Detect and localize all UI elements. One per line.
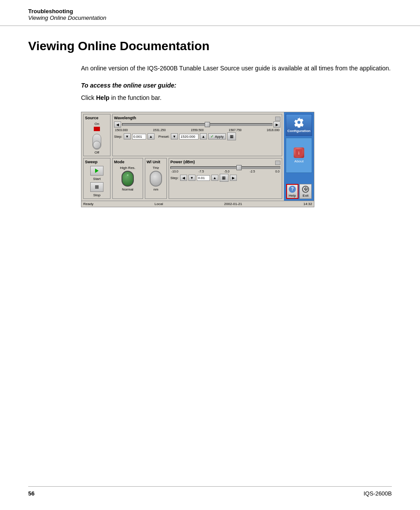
power-slider-track[interactable]: [170, 166, 280, 169]
checkmark-icon: ✓: [210, 134, 214, 139]
source-toggle: On Off: [85, 122, 109, 154]
top-row: Source On Off: [83, 114, 282, 156]
help-emphasis: Help: [96, 94, 109, 101]
wl-preset-input[interactable]: [179, 134, 199, 139]
wavelength-box: Wavelength ◀ ▶ 1503.00: [112, 114, 282, 156]
configuration-label: Configuration: [287, 129, 310, 133]
power-left-btn[interactable]: ◀: [180, 175, 187, 181]
wl-slider-track[interactable]: [122, 123, 273, 126]
wlunit-top-label: THz: [153, 166, 159, 170]
status-time: 14:32: [303, 202, 312, 206]
help-btn[interactable]: ? Help: [286, 184, 298, 199]
apply-btn[interactable]: ✓ Apply: [208, 133, 226, 139]
section-label: Troubleshooting: [28, 8, 392, 15]
wl-scale-1: 1503.000: [115, 128, 128, 132]
wl-right-btn[interactable]: ▶: [273, 121, 280, 128]
wl-scale-4: 1587.750: [229, 128, 242, 132]
exit-icon: ⏻: [302, 186, 309, 193]
wl-step-down-btn[interactable]: ▼: [124, 133, 131, 139]
about-btn[interactable]: i About: [286, 138, 312, 173]
status-local: Local: [155, 202, 163, 206]
right-sidebar: Configuration i About ?: [284, 112, 314, 201]
app-main-area: Source On Off: [81, 112, 314, 201]
preset-down-btn[interactable]: ▼: [171, 133, 178, 139]
page-number: 56: [28, 490, 34, 497]
power-step-down-btn[interactable]: ▼: [188, 175, 195, 181]
mode-content: High Res. Normal: [114, 166, 141, 191]
wl-step-input[interactable]: [132, 134, 146, 139]
grid-btn[interactable]: ▦: [227, 132, 236, 140]
svg-text:i: i: [298, 150, 300, 155]
main-content: Viewing Online Documentation An online v…: [0, 26, 420, 225]
mode-sub-label: Normal: [122, 187, 133, 191]
status-ready: Ready: [83, 202, 93, 206]
page-title: Viewing Online Documentation: [28, 39, 392, 53]
page-footer: 56 IQS-2600B: [28, 486, 392, 497]
sweep-box: Sweep Start Stop: [83, 158, 111, 199]
power-slider-thumb[interactable]: [236, 165, 242, 170]
play-icon: [95, 169, 99, 173]
power-scale-5: 0.0: [275, 170, 280, 173]
section-subtitle: Viewing Online Documentation: [28, 15, 392, 21]
power-scale-2: -7.5: [199, 170, 204, 173]
stop-btn[interactable]: [90, 182, 103, 192]
sweep-label: Sweep: [85, 160, 109, 164]
mode-box: Mode High Res. Normal: [112, 158, 143, 199]
wavelength-label: Wavelength: [114, 116, 136, 120]
wl-slider-thumb[interactable]: [205, 122, 210, 127]
start-btn[interactable]: [90, 166, 103, 176]
bottom-buttons: ? Help ⏻ Exit: [286, 184, 312, 199]
configuration-icon: [294, 117, 304, 128]
wlunit-knob[interactable]: [150, 171, 162, 187]
intro-paragraph: An online version of the IQS-2600B Tunab…: [81, 64, 392, 73]
off-label: Off: [95, 150, 99, 154]
wlunit-sub-label: nm: [153, 187, 158, 191]
on-label: On: [95, 122, 99, 126]
exit-label: Exit: [302, 194, 308, 198]
stop-label: Stop: [93, 193, 100, 197]
preset-up-btn[interactable]: ▲: [200, 133, 207, 139]
wlunit-content: THz nm: [147, 166, 165, 191]
instruction-text: Click Help in the function bar.: [81, 94, 392, 101]
step-label: Step:: [114, 135, 122, 139]
stop-icon: [95, 185, 99, 189]
power-scale: -10.0 -7.5 -5.0 -2.5 0.0: [170, 170, 280, 173]
wl-controls: Step: ▼ ▲ Preset: ▼ ▲ ✓ Apply: [114, 132, 280, 140]
exit-btn[interactable]: ⏻ Exit: [299, 184, 312, 199]
mode-top-label: High Res.: [120, 166, 135, 170]
source-toggle-pill[interactable]: [92, 134, 101, 150]
status-bar: Ready Local 2002-01-21 14:32: [81, 201, 314, 207]
product-name: IQS-2600B: [364, 490, 392, 497]
start-label: Start: [93, 177, 101, 181]
help-icon: ?: [289, 186, 296, 193]
power-minimize-btn[interactable]: [275, 161, 280, 165]
power-grid-btn[interactable]: ▦: [220, 174, 228, 182]
about-svg: i: [295, 148, 303, 157]
wlunit-label: Wl Unit: [147, 160, 165, 164]
app-screenshot: Source On Off: [81, 112, 314, 207]
power-label: Power (dBm): [170, 160, 195, 164]
help-label: Help: [289, 194, 296, 198]
sweep-buttons: Start Stop: [85, 166, 109, 197]
wl-minimize-btn[interactable]: [275, 117, 280, 121]
wl-left-btn[interactable]: ◀: [114, 121, 121, 128]
wl-slider-row: ◀ ▶: [114, 121, 280, 128]
configuration-btn[interactable]: Configuration: [286, 114, 312, 136]
wl-scale-2: 1531.250: [153, 128, 166, 132]
procedure-heading: To access the online user guide:: [81, 82, 392, 89]
about-label: About: [295, 159, 304, 163]
page-header: Troubleshooting Viewing Online Documenta…: [0, 0, 420, 26]
wl-scale-3: 1559.500: [191, 128, 203, 132]
power-right-btn[interactable]: ▶: [230, 175, 237, 181]
power-step-up-btn[interactable]: ▲: [211, 175, 218, 181]
wl-step-up-btn[interactable]: ▲: [147, 133, 155, 139]
status-date: 2002-01-21: [224, 202, 242, 206]
power-box: Power (dBm) -10.0 -7.5: [169, 158, 282, 199]
power-header: Power (dBm): [170, 160, 280, 165]
wlunit-box: Wl Unit THz nm: [145, 158, 167, 199]
power-scale-3: -5.0: [224, 170, 229, 173]
left-panel: Source On Off: [81, 112, 284, 201]
mode-knob[interactable]: [122, 171, 134, 187]
mode-label: Mode: [114, 160, 141, 164]
power-step-input[interactable]: [197, 175, 210, 181]
